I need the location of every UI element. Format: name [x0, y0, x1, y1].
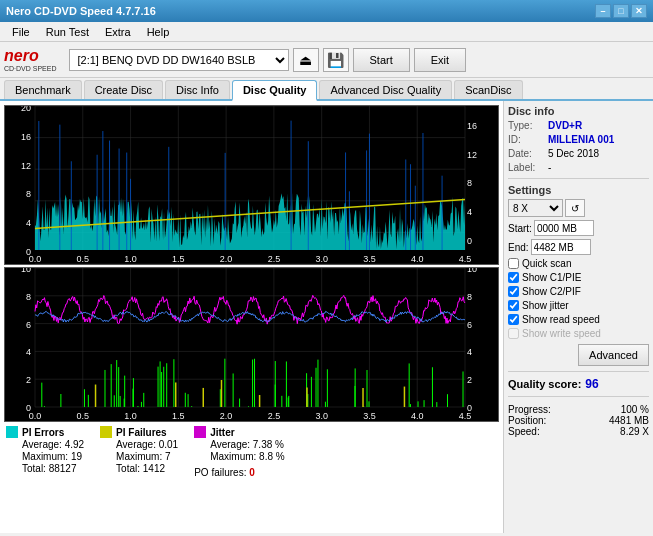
- type-row: Type: DVD+R: [508, 120, 649, 131]
- menu-run-test[interactable]: Run Test: [38, 24, 97, 40]
- start-mb-input[interactable]: [534, 220, 594, 236]
- pi-errors-label: PI Errors: [22, 427, 64, 438]
- disc-label-label: Label:: [508, 162, 544, 173]
- id-row: ID: MILLENIA 001: [508, 134, 649, 145]
- jitter-color: [194, 426, 206, 438]
- minimize-button[interactable]: –: [595, 4, 611, 18]
- show-c1pie-checkbox[interactable]: [508, 272, 519, 283]
- speed-row-progress: Speed: 8.29 X: [508, 426, 649, 437]
- show-jitter-row: Show jitter: [508, 300, 649, 311]
- show-jitter-checkbox[interactable]: [508, 300, 519, 311]
- po-failures: PO failures: 0: [194, 467, 284, 478]
- quality-score-value: 96: [585, 377, 598, 391]
- logo: nero CD·DVD SPEED: [4, 47, 57, 72]
- show-c1pie-label: Show C1/PIE: [522, 272, 581, 283]
- quality-score-row: Quality score: 96: [508, 377, 649, 391]
- tab-disc-info[interactable]: Disc Info: [165, 80, 230, 99]
- show-read-speed-row: Show read speed: [508, 314, 649, 325]
- pi-failures-max: Maximum: 7: [116, 451, 178, 462]
- id-value: MILLENIA 001: [548, 134, 614, 145]
- show-c2pif-checkbox[interactable]: [508, 286, 519, 297]
- date-value: 5 Dec 2018: [548, 148, 599, 159]
- pi-errors-avg: Average: 4.92: [22, 439, 84, 450]
- tab-disc-quality[interactable]: Disc Quality: [232, 80, 318, 101]
- drive-select[interactable]: [2:1] BENQ DVD DD DW1640 BSLB: [69, 49, 289, 71]
- speed-label: Speed:: [508, 426, 540, 437]
- app-title: Nero CD-DVD Speed 4.7.7.16: [6, 5, 156, 17]
- exit-button[interactable]: Exit: [414, 48, 466, 72]
- disc-label-value: -: [548, 162, 551, 173]
- advanced-button[interactable]: Advanced: [578, 344, 649, 366]
- jitter-label: Jitter: [210, 427, 234, 438]
- menu-file[interactable]: File: [4, 24, 38, 40]
- legend-pi-errors: PI Errors Average: 4.92 Maximum: 19 Tota…: [6, 426, 84, 478]
- id-label: ID:: [508, 134, 544, 145]
- jitter-avg: Average: 7.38 %: [210, 439, 284, 450]
- speed-value: 8.29 X: [620, 426, 649, 437]
- menu-help[interactable]: Help: [139, 24, 178, 40]
- tab-benchmark[interactable]: Benchmark: [4, 80, 82, 99]
- tab-create-disc[interactable]: Create Disc: [84, 80, 163, 99]
- maximize-button[interactable]: □: [613, 4, 629, 18]
- start-mb-label: Start:: [508, 223, 532, 234]
- legend-area: PI Errors Average: 4.92 Maximum: 19 Tota…: [4, 422, 499, 482]
- show-write-speed-row: Show write speed: [508, 328, 649, 339]
- legend-jitter: Jitter Average: 7.38 % Maximum: 8.8 % PO…: [194, 426, 284, 478]
- quick-scan-label: Quick scan: [522, 258, 571, 269]
- show-c2pif-row: Show C2/PIF: [508, 286, 649, 297]
- logo-text: nero: [4, 47, 57, 65]
- refresh-icon-btn[interactable]: ↺: [565, 199, 585, 217]
- main-content: PI Errors Average: 4.92 Maximum: 19 Tota…: [0, 101, 653, 533]
- disc-label-row: Label: -: [508, 162, 649, 173]
- toolbar: nero CD·DVD SPEED [2:1] BENQ DVD DD DW16…: [0, 42, 653, 78]
- pi-errors-color: [6, 426, 18, 438]
- pi-errors-total: Total: 88127: [22, 463, 84, 474]
- progress-section: Progress: 100 % Position: 4481 MB Speed:…: [508, 404, 649, 437]
- end-mb-label: End:: [508, 242, 529, 253]
- date-row: Date: 5 Dec 2018: [508, 148, 649, 159]
- jitter-max: Maximum: 8.8 %: [210, 451, 284, 462]
- progress-row: Progress: 100 %: [508, 404, 649, 415]
- legend-pi-failures: PI Failures Average: 0.01 Maximum: 7 Tot…: [100, 426, 178, 478]
- quick-scan-checkbox[interactable]: [508, 258, 519, 269]
- pi-errors-max: Maximum: 19: [22, 451, 84, 462]
- show-write-speed-label: Show write speed: [522, 328, 601, 339]
- menu-bar: File Run Test Extra Help: [0, 22, 653, 42]
- position-row: Position: 4481 MB: [508, 415, 649, 426]
- quality-score-label: Quality score:: [508, 378, 581, 390]
- position-label: Position:: [508, 415, 546, 426]
- pi-failures-color: [100, 426, 112, 438]
- bottom-chart: [4, 267, 499, 422]
- show-c2pif-label: Show C2/PIF: [522, 286, 581, 297]
- top-chart: [4, 105, 499, 265]
- eject-icon-btn[interactable]: ⏏: [293, 48, 319, 72]
- position-value: 4481 MB: [609, 415, 649, 426]
- disc-info-title: Disc info: [508, 105, 649, 117]
- logo-sub: CD·DVD SPEED: [4, 65, 57, 72]
- progress-label: Progress:: [508, 404, 551, 415]
- save-icon-btn[interactable]: 💾: [323, 48, 349, 72]
- close-button[interactable]: ✕: [631, 4, 647, 18]
- speed-select[interactable]: 8 X: [508, 199, 563, 217]
- show-write-speed-checkbox: [508, 328, 519, 339]
- show-read-speed-checkbox[interactable]: [508, 314, 519, 325]
- settings-title: Settings: [508, 184, 649, 196]
- speed-row: 8 X ↺: [508, 199, 649, 217]
- tab-advanced-disc-quality[interactable]: Advanced Disc Quality: [319, 80, 452, 99]
- pi-failures-avg: Average: 0.01: [116, 439, 178, 450]
- menu-extra[interactable]: Extra: [97, 24, 139, 40]
- end-mb-input[interactable]: [531, 239, 591, 255]
- right-panel: Disc info Type: DVD+R ID: MILLENIA 001 D…: [503, 101, 653, 533]
- quick-scan-row: Quick scan: [508, 258, 649, 269]
- show-read-speed-label: Show read speed: [522, 314, 600, 325]
- pi-failures-total: Total: 1412: [116, 463, 178, 474]
- tab-scandisc[interactable]: ScanDisc: [454, 80, 522, 99]
- start-button[interactable]: Start: [353, 48, 410, 72]
- charts-area: PI Errors Average: 4.92 Maximum: 19 Tota…: [0, 101, 503, 533]
- date-label: Date:: [508, 148, 544, 159]
- type-value: DVD+R: [548, 120, 582, 131]
- title-bar: Nero CD-DVD Speed 4.7.7.16 – □ ✕: [0, 0, 653, 22]
- pi-failures-label: PI Failures: [116, 427, 167, 438]
- show-jitter-label: Show jitter: [522, 300, 569, 311]
- start-mb-row: Start:: [508, 220, 649, 236]
